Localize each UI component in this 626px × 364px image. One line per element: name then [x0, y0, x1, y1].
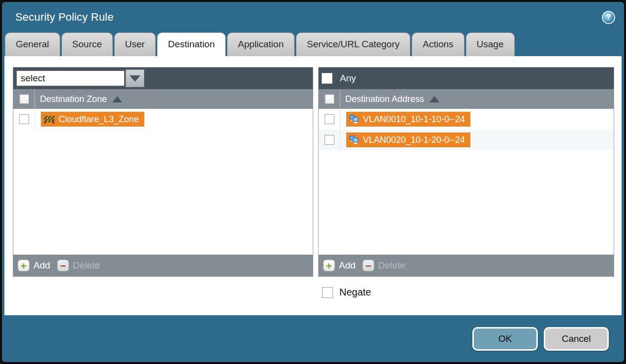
table-row: VLAN0010_10-1-10-0--24 [319, 109, 614, 130]
tab-source[interactable]: Source [62, 33, 113, 56]
help-glyph: ? [606, 13, 611, 22]
minus-icon: − [362, 260, 374, 271]
plus-icon: + [323, 260, 335, 271]
negate-row: Negate [318, 287, 614, 298]
zone-select-bar [13, 67, 313, 89]
address-icon [349, 135, 359, 144]
address-row-checkbox[interactable] [325, 114, 334, 124]
address-delete-button[interactable]: − Delete [362, 260, 405, 271]
any-label: Any [340, 73, 356, 84]
address-entry-label: VLAN0010_10-1-10-0--24 [363, 114, 465, 125]
address-column-header: Destination Address [319, 89, 614, 109]
dialog-footer: OK Cancel [2, 315, 624, 362]
tab-general[interactable]: General [5, 33, 60, 56]
destination-zone-panel: Destination Zone [13, 67, 313, 277]
tab-actions[interactable]: Actions [412, 33, 464, 56]
address-icon [349, 115, 359, 124]
address-entry[interactable]: VLAN0010_10-1-10-0--24 [346, 112, 470, 127]
tab-usage[interactable]: Usage [466, 33, 515, 56]
zone-column-header: Destination Zone [13, 89, 313, 109]
zone-delete-button[interactable]: − Delete [57, 260, 100, 271]
tab-destination[interactable]: Destination [157, 33, 226, 56]
zone-entry-label: Cloudflare_L3_Zone [59, 114, 139, 125]
zone-add-button[interactable]: + Add [18, 260, 50, 271]
zone-select-input[interactable] [16, 70, 125, 87]
address-column-label[interactable]: Destination Address [345, 94, 424, 104]
zone-icon [44, 115, 55, 124]
security-policy-rule-dialog: Security Policy Rule ? General Source Us… [0, 0, 626, 364]
zone-actions-bar: + Add − Delete [13, 255, 313, 276]
address-list: VLAN0010_10-1-10-0--24 [319, 109, 614, 255]
zone-entry[interactable]: Cloudflare_L3_Zone [41, 112, 144, 127]
ok-button[interactable]: OK [472, 327, 538, 351]
sort-ascending-icon [429, 96, 439, 102]
tab-user[interactable]: User [114, 33, 156, 56]
minus-icon: − [57, 260, 69, 271]
address-any-bar: Any [319, 67, 614, 89]
help-icon[interactable]: ? [602, 11, 615, 24]
chevron-down-icon [130, 75, 140, 82]
address-add-button[interactable]: + Add [323, 260, 356, 271]
destination-tab-content: Destination Zone [4, 56, 622, 315]
dialog-title: Security Policy Rule [15, 11, 114, 24]
address-row-checkbox[interactable] [325, 135, 334, 145]
address-entry[interactable]: VLAN0020_10-1-20-0--24 [346, 132, 470, 147]
any-checkbox[interactable] [322, 73, 332, 84]
zone-list: Cloudflare_L3_Zone [13, 109, 313, 255]
tab-service-url-category[interactable]: Service/URL Category [296, 33, 410, 56]
zone-select-all-checkbox[interactable] [19, 94, 29, 104]
zone-row-checkbox[interactable] [19, 114, 29, 124]
destination-address-panel: Any Destination Address [318, 67, 614, 277]
destination-address-column: Any Destination Address [318, 67, 614, 298]
address-entry-label: VLAN0020_10-1-20-0--24 [363, 135, 465, 145]
tab-application[interactable]: Application [227, 33, 295, 56]
table-row: VLAN0020_10-1-20-0--24 [319, 130, 614, 150]
sort-ascending-icon [112, 96, 122, 102]
plus-icon: + [18, 260, 30, 271]
address-actions-bar: + Add − Delete [319, 255, 614, 276]
negate-checkbox[interactable] [322, 287, 333, 298]
table-row: Cloudflare_L3_Zone [13, 109, 313, 130]
negate-label: Negate [339, 287, 371, 298]
zone-select-dropdown-button[interactable] [126, 69, 144, 87]
tab-bar: General Source User Destination Applicat… [2, 33, 624, 56]
cancel-button[interactable]: Cancel [544, 327, 609, 351]
address-select-all-checkbox[interactable] [325, 94, 334, 104]
dialog-titlebar: Security Policy Rule ? [2, 2, 624, 33]
zone-column-label[interactable]: Destination Zone [40, 94, 107, 104]
